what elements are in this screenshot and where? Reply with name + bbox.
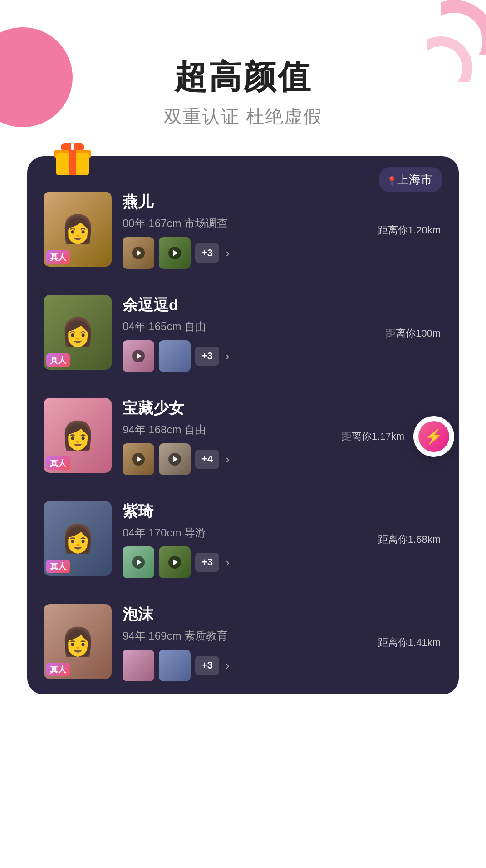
gift-ribbon (69, 150, 76, 175)
table-row[interactable]: 👩 真人 燕儿 00年 167cm 市场调查 +3 › (36, 179, 450, 282)
user-distance: 距离你1.68km (378, 533, 441, 546)
more-photos-badge: +3 (195, 553, 219, 572)
play-icon (132, 556, 145, 569)
real-badge: 真人 (46, 663, 70, 676)
page-subtitle: 双重认证 杜绝虚假 (0, 104, 486, 129)
avatar: 👩 真人 (44, 604, 112, 679)
heart-lightning-button[interactable]: ⚡ (413, 416, 454, 457)
avatar: 👩 真人 (44, 295, 112, 370)
photo-thumb (123, 340, 154, 372)
photo-thumb (159, 546, 191, 578)
user-photos: +3 › (123, 650, 442, 681)
photo-thumb (123, 546, 154, 578)
table-row[interactable]: 👩 真人 余逗逗d 04年 165cm 自由 +3 › (36, 282, 450, 385)
user-name: 燕儿 (123, 192, 442, 213)
play-icon (168, 453, 181, 466)
table-row[interactable]: 👩 真人 紫琦 04年 170cm 导游 +3 › (36, 488, 450, 591)
avatar: 👩 真人 (44, 192, 112, 267)
more-photos-badge: +3 (195, 347, 219, 366)
user-name: 余逗逗d (123, 295, 442, 316)
real-badge: 真人 (46, 456, 70, 470)
play-icon (168, 556, 181, 569)
more-photos-badge: +3 (195, 656, 219, 675)
user-name: 紫琦 (123, 501, 442, 522)
photo-thumb (123, 237, 154, 269)
header-section: 超高颜值 双重认证 杜绝虚假 (0, 0, 486, 147)
user-distance: 距离你1.17km (342, 430, 404, 443)
gift-icon (54, 143, 95, 184)
photo-thumb-image (159, 340, 191, 372)
real-badge: 真人 (46, 353, 70, 367)
user-distance: 距离你1.20km (378, 223, 441, 237)
photo-thumb-image (123, 650, 154, 681)
user-photos: +3 › (123, 237, 442, 269)
play-icon (168, 247, 181, 259)
chevron-right-icon: › (226, 659, 230, 673)
more-photos-badge: +3 (195, 243, 219, 263)
user-name: 宝藏少女 (123, 398, 442, 419)
more-photos-badge: +4 (195, 450, 219, 469)
chevron-right-icon: › (226, 556, 230, 570)
page-title: 超高颜值 (0, 59, 486, 95)
real-badge: 真人 (46, 250, 70, 264)
play-icon (132, 453, 145, 466)
table-row[interactable]: 👩 真人 泡沫 94年 169cm 素质教育 +3 › 距离你1.41km (36, 591, 450, 694)
user-name: 泡沫 (123, 604, 442, 625)
user-distance: 距离你100m (386, 327, 441, 340)
heart-lightning-icon: ⚡ (418, 421, 449, 452)
user-photos: +4 › (123, 443, 442, 475)
photo-thumb-image (159, 650, 191, 681)
app-card: 📍 上海市 👩 真人 燕儿 00年 167cm 市场调查 (27, 156, 459, 694)
chevron-right-icon: › (226, 452, 230, 466)
play-icon (132, 350, 145, 362)
photo-thumb (159, 237, 191, 269)
user-photos: +3 › (123, 546, 442, 578)
table-row[interactable]: 👩 真人 宝藏少女 94年 168cm 自由 +4 › (36, 385, 450, 488)
user-list: 👩 真人 燕儿 00年 167cm 市场调查 +3 › (27, 179, 459, 694)
play-icon (132, 247, 145, 259)
user-photos: +3 › (123, 340, 442, 372)
photo-thumb (123, 443, 154, 475)
avatar: 👩 真人 (44, 501, 112, 576)
chevron-right-icon: › (226, 246, 230, 260)
avatar: 👩 真人 (44, 398, 112, 473)
user-distance: 距离你1.41km (378, 636, 441, 650)
photo-thumb (159, 340, 191, 372)
chevron-right-icon: › (226, 349, 230, 363)
photo-thumb (123, 650, 154, 681)
photo-thumb (159, 650, 191, 681)
real-badge: 真人 (46, 560, 70, 573)
photo-thumb (159, 443, 191, 475)
